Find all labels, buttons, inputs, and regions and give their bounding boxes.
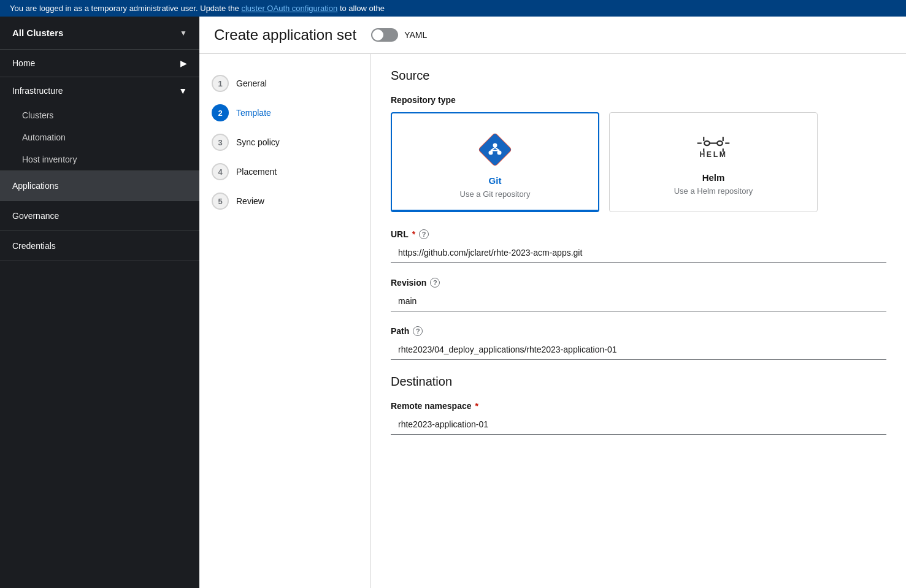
infrastructure-nav[interactable]: Infrastructure ▼ bbox=[0, 77, 199, 104]
home-section: Home ▶ bbox=[0, 50, 199, 77]
sidebar-item-host-inventory[interactable]: Host inventory bbox=[0, 148, 199, 170]
step-1-circle: 1 bbox=[212, 75, 229, 92]
source-section-title: Source bbox=[391, 69, 886, 83]
banner-suffix: to allow othe bbox=[340, 4, 385, 13]
path-help-icon[interactable]: ? bbox=[413, 326, 423, 336]
remote-namespace-label: Remote namespace * bbox=[391, 401, 886, 411]
revision-field: Revision ? bbox=[391, 278, 886, 311]
home-chevron: ▶ bbox=[180, 58, 187, 68]
yaml-label: YAML bbox=[404, 30, 427, 40]
repo-card-git[interactable]: ⌥ bbox=[391, 112, 599, 212]
sidebar-item-applications[interactable]: Applications bbox=[0, 171, 199, 201]
banner-text: You are logged in as a temporary adminis… bbox=[10, 4, 241, 13]
revision-label: Revision ? bbox=[391, 278, 886, 288]
top-banner: You are logged in as a temporary adminis… bbox=[0, 0, 906, 17]
infrastructure-section: Infrastructure ▼ Clusters Automation Hos… bbox=[0, 77, 199, 171]
sidebar-item-automation[interactable]: Automation bbox=[0, 126, 199, 148]
git-icon: ⌥ bbox=[478, 133, 512, 168]
helm-card-desc: Use a Helm repository bbox=[674, 186, 753, 196]
destination-section-title: Destination bbox=[391, 375, 886, 389]
all-clusters-label: All Clusters bbox=[12, 28, 63, 38]
path-label: Path ? bbox=[391, 326, 886, 336]
url-field: URL * ? bbox=[391, 229, 886, 263]
step-2-label: Template bbox=[236, 108, 271, 118]
step-5-label: Review bbox=[236, 196, 264, 206]
path-input[interactable] bbox=[391, 340, 886, 360]
svg-point-11 bbox=[717, 141, 723, 145]
home-nav[interactable]: Home ▶ bbox=[0, 50, 199, 77]
path-field: Path ? bbox=[391, 326, 886, 360]
svg-point-4 bbox=[493, 143, 497, 148]
remote-namespace-input[interactable] bbox=[391, 414, 886, 435]
step-4-label: Placement bbox=[236, 167, 277, 177]
revision-input[interactable] bbox=[391, 291, 886, 311]
remote-namespace-field: Remote namespace * bbox=[391, 401, 886, 435]
svg-point-6 bbox=[497, 151, 502, 155]
url-required-star: * bbox=[412, 229, 415, 239]
all-clusters-nav[interactable]: All Clusters ▼ bbox=[0, 17, 199, 50]
step-2[interactable]: 2 Template bbox=[212, 98, 358, 128]
repo-type-row: ⌥ bbox=[391, 112, 886, 212]
step-3-label: Sync policy bbox=[236, 137, 280, 147]
step-4-circle: 4 bbox=[212, 163, 229, 180]
step-1[interactable]: 1 General bbox=[212, 69, 358, 98]
helm-card-name: Helm bbox=[702, 172, 725, 183]
sidebar-item-governance[interactable]: Governance bbox=[0, 201, 199, 231]
sidebar: All Clusters ▼ Home ▶ Infrastructure ▼ C… bbox=[0, 17, 199, 588]
home-label: Home bbox=[12, 58, 35, 68]
repo-type-label: Repository type bbox=[391, 95, 886, 105]
remote-namespace-required-star: * bbox=[475, 401, 478, 411]
page-header: Create application set YAML bbox=[199, 17, 906, 54]
sidebar-item-clusters[interactable]: Clusters bbox=[0, 104, 199, 126]
sidebar-item-credentials[interactable]: Credentials bbox=[0, 231, 199, 261]
infrastructure-chevron: ▼ bbox=[179, 86, 187, 96]
url-help-icon[interactable]: ? bbox=[419, 229, 429, 239]
yaml-toggle-group: YAML bbox=[371, 28, 427, 42]
helm-icon: HELM bbox=[692, 132, 735, 165]
repo-card-helm[interactable]: HELM Helm Use a Helm repository bbox=[609, 112, 818, 212]
step-1-label: General bbox=[236, 78, 267, 88]
step-2-circle: 2 bbox=[212, 104, 229, 121]
revision-help-icon[interactable]: ? bbox=[430, 278, 440, 288]
step-3[interactable]: 3 Sync policy bbox=[212, 128, 358, 157]
repo-type-field: Repository type ⌥ bbox=[391, 95, 886, 212]
yaml-toggle-switch[interactable] bbox=[371, 28, 398, 42]
all-clusters-chevron: ▼ bbox=[180, 29, 187, 37]
page-title: Create application set bbox=[214, 26, 356, 44]
app-layout: All Clusters ▼ Home ▶ Infrastructure ▼ C… bbox=[0, 17, 906, 588]
svg-point-5 bbox=[489, 151, 493, 155]
infrastructure-label: Infrastructure bbox=[12, 86, 63, 96]
step-5-circle: 5 bbox=[212, 193, 229, 210]
git-card-desc: Use a Git repository bbox=[460, 189, 531, 199]
oauth-link[interactable]: cluster OAuth configuration bbox=[241, 4, 337, 13]
main-content: Create application set YAML 1 General 2 bbox=[199, 17, 906, 588]
git-card-name: Git bbox=[489, 175, 502, 186]
url-input[interactable] bbox=[391, 243, 886, 263]
url-label: URL * ? bbox=[391, 229, 886, 239]
step-3-circle: 3 bbox=[212, 134, 229, 151]
step-4[interactable]: 4 Placement bbox=[212, 157, 358, 186]
step-5[interactable]: 5 Review bbox=[212, 186, 358, 216]
svg-rect-3 bbox=[478, 133, 512, 166]
content-area: 1 General 2 Template 3 Sync policy bbox=[199, 54, 906, 588]
form-panel: Source Repository type ⌥ bbox=[371, 54, 906, 588]
svg-point-10 bbox=[704, 141, 710, 145]
steps-panel: 1 General 2 Template 3 Sync policy bbox=[199, 54, 371, 588]
